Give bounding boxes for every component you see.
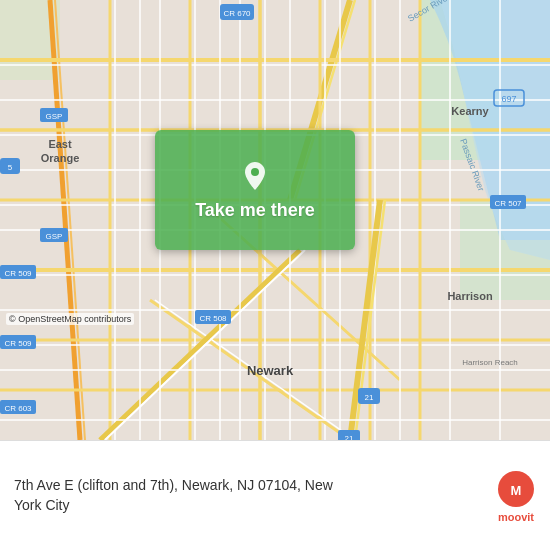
info-bar: 7th Ave E (clifton and 7th), Newark, NJ … <box>0 440 550 550</box>
moovit-logo: M moovit <box>496 469 536 523</box>
svg-text:GSP: GSP <box>46 232 63 241</box>
svg-text:CR 509: CR 509 <box>4 339 32 348</box>
address-text: 7th Ave E (clifton and 7th), Newark, NJ … <box>14 476 484 515</box>
svg-text:Harrison: Harrison <box>447 290 493 302</box>
address-line1: 7th Ave E (clifton and 7th), Newark, NJ … <box>14 477 333 493</box>
svg-text:Kearny: Kearny <box>451 105 489 117</box>
address-line2: York City <box>14 497 70 513</box>
svg-text:East: East <box>48 138 72 150</box>
map-container: CR 670 5 GSP GSP CR 509 CR 509 CR 603 CR… <box>0 0 550 440</box>
svg-text:CR 603: CR 603 <box>4 404 32 413</box>
take-me-there-label: Take me there <box>195 200 315 221</box>
address-block: 7th Ave E (clifton and 7th), Newark, NJ … <box>14 476 484 515</box>
svg-text:CR 670: CR 670 <box>223 9 251 18</box>
svg-text:CR 507: CR 507 <box>494 199 522 208</box>
svg-text:M: M <box>511 483 522 498</box>
svg-point-84 <box>251 168 259 176</box>
svg-text:Harrison Reach: Harrison Reach <box>462 358 518 367</box>
svg-text:697: 697 <box>501 94 516 104</box>
location-pin-icon <box>239 160 271 192</box>
svg-text:CR 508: CR 508 <box>199 314 227 323</box>
svg-text:CR 509: CR 509 <box>4 269 32 278</box>
svg-text:21: 21 <box>365 393 374 402</box>
svg-text:GSP: GSP <box>46 112 63 121</box>
svg-text:Orange: Orange <box>41 152 80 164</box>
moovit-icon: M <box>496 469 536 509</box>
osm-credit: © OpenStreetMap contributors <box>6 313 134 325</box>
take-me-there-button[interactable]: Take me there <box>155 130 355 250</box>
moovit-label-text: moovit <box>498 511 534 523</box>
svg-text:Newark: Newark <box>247 363 294 378</box>
svg-text:5: 5 <box>8 163 13 172</box>
